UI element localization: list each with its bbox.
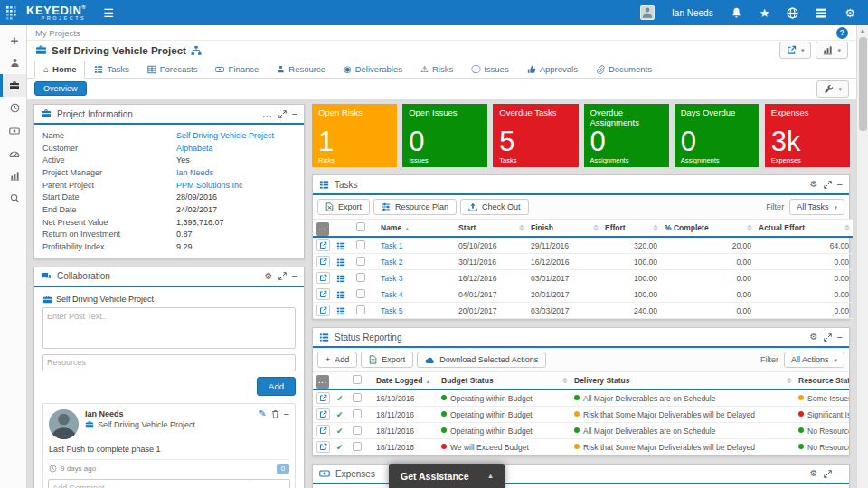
edit-post-icon[interactable]: ✎: [259, 409, 266, 418]
open-record-button[interactable]: [316, 239, 330, 251]
column-header-start[interactable]: Start: [455, 220, 527, 238]
open-record-button[interactable]: [316, 305, 330, 316]
task-row[interactable]: Task 5 20/01/201703/03/2017 240.000.000.…: [313, 303, 853, 319]
expand-icon[interactable]: [278, 272, 287, 280]
sidebar-item-expenses[interactable]: [0, 119, 26, 142]
task-link[interactable]: Task 3: [381, 274, 403, 283]
gear-icon[interactable]: ⚙: [810, 469, 818, 478]
field-value-link[interactable]: PPM Solutions Inc: [176, 181, 243, 190]
app-list-icon[interactable]: [816, 7, 827, 19]
tab-tasks[interactable]: Tasks: [85, 61, 137, 79]
collapse-icon[interactable]: −: [837, 333, 843, 343]
row-checkbox[interactable]: [356, 289, 365, 298]
column-header-date-logged[interactable]: Date Logged▲: [373, 372, 438, 390]
tab-risks[interactable]: ⚠Risks: [411, 61, 462, 79]
status-row[interactable]: ✔ 18/11/2016 Operating within Budget Ris…: [313, 407, 849, 423]
field-value-link[interactable]: Alphabeta: [176, 144, 213, 153]
row-checkbox[interactable]: [356, 273, 365, 282]
column-header-resource-status[interactable]: Resource Status: [795, 372, 849, 390]
row-checkbox[interactable]: [356, 257, 365, 266]
sidebar-item-reports[interactable]: [0, 164, 26, 187]
task-link[interactable]: Task 4: [381, 290, 403, 299]
expand-icon[interactable]: [824, 181, 832, 189]
expand-icon[interactable]: [824, 470, 832, 478]
download-selected-actions-button[interactable]: Download Selected Actions: [417, 352, 546, 368]
open-record-button[interactable]: [316, 408, 330, 420]
globe-icon[interactable]: [787, 7, 798, 19]
page-tools-button[interactable]: ▾: [816, 80, 849, 98]
task-link[interactable]: Task 2: [381, 258, 403, 267]
post-author-name[interactable]: Ian Needs: [85, 409, 252, 418]
charts-menu-button[interactable]: ▾: [816, 42, 848, 59]
delete-post-icon[interactable]: [271, 409, 279, 418]
collapse-icon[interactable]: −: [292, 109, 297, 119]
grid-options-button[interactable]: ...: [316, 222, 329, 236]
collapse-icon[interactable]: −: [837, 469, 843, 479]
open-record-button[interactable]: [316, 441, 330, 453]
scrollbar-thumb[interactable]: [859, 37, 867, 131]
kpi-open-issues[interactable]: Open Issues 0 Issues: [402, 104, 487, 167]
kpi-expenses[interactable]: Expenses 3k Expenses: [765, 104, 850, 167]
sort-icon[interactable]: [519, 225, 524, 231]
sort-icon[interactable]: [841, 378, 846, 384]
check-out-button[interactable]: Check Out: [460, 199, 529, 215]
overview-button[interactable]: Overview: [34, 81, 87, 96]
tab-home[interactable]: ⌂Home: [34, 61, 85, 79]
open-record-button[interactable]: [316, 392, 330, 404]
status-filter-select[interactable]: All Actions▾: [784, 352, 844, 368]
help-icon[interactable]: ?: [836, 27, 848, 39]
row-checkbox[interactable]: [353, 442, 362, 451]
collapse-post-icon[interactable]: −: [284, 409, 289, 419]
task-row[interactable]: Task 2 30/11/201616/12/2016 100.000.000.…: [313, 254, 853, 270]
gear-icon[interactable]: ⚙: [810, 180, 818, 189]
field-value-link[interactable]: Self Driving Vehicle Project: [176, 131, 274, 140]
export-button[interactable]: Export: [317, 199, 370, 215]
column-header-actual-effort[interactable]: Actual Effort: [755, 220, 853, 238]
column-header-effort[interactable]: Effort: [601, 220, 661, 238]
task-link[interactable]: Task 1: [381, 241, 403, 250]
user-name[interactable]: Ian Needs: [672, 8, 713, 18]
panel-menu-icon[interactable]: ...: [262, 109, 272, 119]
task-link[interactable]: Task 5: [381, 306, 403, 315]
row-checkbox[interactable]: [353, 393, 362, 402]
sidebar-item-resources[interactable]: [0, 52, 26, 74]
row-checkbox[interactable]: [356, 305, 365, 314]
sidebar-item-new[interactable]: +: [0, 29, 26, 52]
tab-forecasts[interactable]: Forecasts: [138, 61, 207, 79]
open-record-button[interactable]: [316, 256, 330, 267]
sidebar-item-projects[interactable]: [0, 74, 26, 97]
open-record-button[interactable]: [316, 272, 330, 284]
kpi-days-overdue[interactable]: Days Overdue 0 Assignments: [675, 104, 760, 167]
user-avatar[interactable]: [640, 5, 655, 20]
sidebar-item-dashboard[interactable]: [0, 142, 26, 164]
open-external-button[interactable]: ▾: [779, 42, 812, 59]
tab-resource[interactable]: Resource: [268, 61, 335, 79]
tasks-filter-select[interactable]: All Tasks▾: [789, 199, 844, 215]
sort-icon[interactable]: [787, 378, 792, 384]
sort-icon[interactable]: [747, 225, 752, 231]
breadcrumb[interactable]: My Projects: [35, 28, 80, 38]
add-post-button[interactable]: Add: [257, 377, 296, 396]
status-row[interactable]: ✔ 18/11/2016 We will Exceed Budget Risk …: [313, 439, 849, 455]
post-text-input[interactable]: [42, 307, 296, 349]
open-record-button[interactable]: [316, 288, 330, 300]
column-header-budget-status[interactable]: Budget Status: [438, 372, 571, 390]
settings-gear-icon[interactable]: ⚙: [844, 7, 855, 19]
task-row[interactable]: Task 3 16/12/201603/01/2017 100.000.000.…: [313, 270, 853, 286]
task-row[interactable]: Task 4 04/01/201720/01/2017 100.000.000.…: [313, 286, 853, 303]
column-header-name[interactable]: Name▲: [377, 220, 455, 238]
select-all-checkbox[interactable]: [356, 222, 365, 231]
expand-icon[interactable]: [278, 110, 287, 118]
export-button[interactable]: Export: [361, 352, 413, 368]
resource-plan-button[interactable]: Resource Plan: [373, 199, 457, 215]
sort-icon[interactable]: [562, 378, 568, 384]
resources-input[interactable]: [42, 354, 296, 371]
row-checkbox[interactable]: [356, 240, 365, 249]
notifications-bell-icon[interactable]: [731, 7, 742, 19]
status-row[interactable]: ✔ 18/11/2016 Operating within Budget All…: [313, 423, 849, 439]
row-checkbox[interactable]: [353, 409, 362, 418]
sidebar-item-timesheets[interactable]: [0, 97, 26, 119]
kpi-overdue-tasks[interactable]: Overdue Tasks 5 Tasks: [493, 104, 578, 167]
vertical-scrollbar[interactable]: ▴: [856, 25, 868, 488]
expand-icon[interactable]: [824, 333, 832, 342]
